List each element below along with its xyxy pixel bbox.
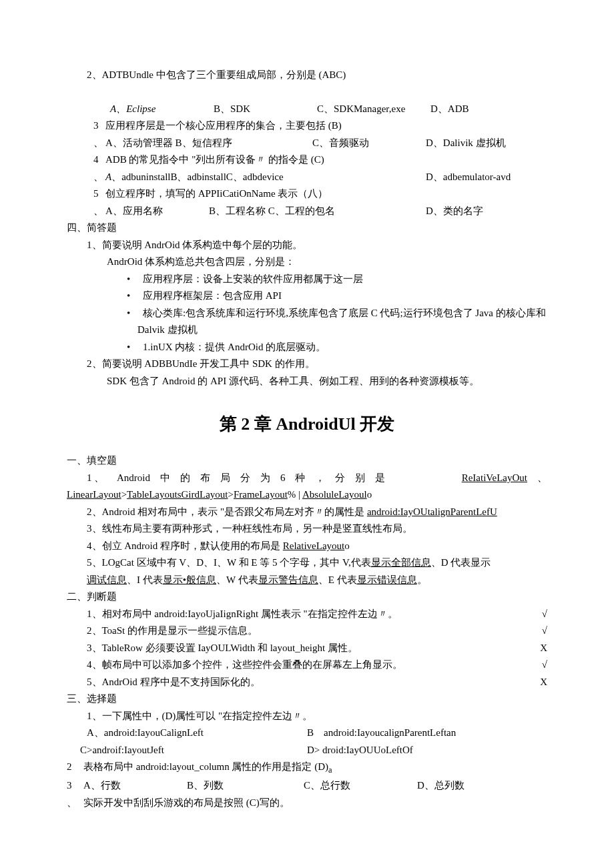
fill-5-line2: 调试信息、I 代表显示•般信息、W 代表显示警告信息、E 代表显示错误信息。 (87, 572, 547, 589)
mc-q3-options: 、 A、活动管理器 B、短信程序 C、音频驱动 D、Dalivik 虚拟机 (93, 135, 547, 152)
sa-bullet-4: • 1.inUX 内核：提供 AndrOid 的底层驱动。 (127, 339, 547, 356)
sa-bullet-2: • 应用程序框架层：包含应用 API (127, 288, 547, 305)
q3-tick: 、 (93, 135, 105, 152)
sa-q1-intro: AndrOid 体系构造总共包含四层，分别是： (107, 254, 547, 271)
fill-1-line1: 1 、 Android 中 的 布 局 分 为 6 种 ， 分 别 是 ReIa… (87, 470, 547, 487)
opt-a: A、应用名称 (105, 203, 209, 220)
ch2-mc-title: 三、选择题 (67, 691, 547, 708)
opt-d: D、adbemulator-avd (426, 169, 547, 186)
q4-text: ADB 的常见指令中 "列出所有设备〃 的指令是 (C) (105, 151, 324, 169)
tf-3: 3、TableRow 必须要设置 IayOULWidth 和 layout_he… (87, 640, 547, 657)
opt-c: C、音频驱动 (312, 135, 426, 152)
opt-c: C、SDKManager,exe (317, 101, 430, 118)
sa-q1: 1、简要说明 AndrOid 体系构造中每个层的功能。 (87, 237, 547, 254)
mc-question-5: 5 创立程序时，填写的 APPIiCatiOnName 表示（八） (93, 185, 547, 203)
ch2-mc-3: 、 实际开发中刮刮乐游戏的布局是按照 (C)写的。 (67, 795, 547, 812)
fill-3: 3、线性布局主要有两种形式，一种枉线性布局，另一种是竖直线性布局。 (87, 520, 547, 538)
mc-q5-options: 、 A、应用名称 B、工程名称 C、工程的包名 D、类的名字 (93, 203, 547, 220)
q3-text: 应用程序层是一个核心应用程序的集合，主要包括 (B) (105, 117, 342, 135)
opt-d: D、ADB (430, 101, 547, 118)
sa-q2: 2、简要说明 ADBBUndIe 开发工具中 SDK 的作用。 (87, 356, 547, 373)
q5-tick: 、 (93, 203, 105, 220)
opt-a: A、Eclipse (110, 103, 156, 114)
ch2-mc-1: 1、一下属性中，(D)属性可以 "在指定控件左边〃。 (87, 708, 547, 725)
opt-ab: A、活动管理器 B、短信程序 (105, 135, 312, 152)
ch2-mc-2: 2 表格布局中 android:layout_column 属性的作用是指定 (… (67, 759, 547, 777)
tf-5: 5、AndrOid 程序中是不支持国际化的。X (87, 674, 547, 691)
chapter-2-title: 第 2 章 AndroidUl 开发 (67, 410, 547, 439)
q5-text: 创立程序时，填写的 APPIiCatiOnName 表示（八） (105, 185, 328, 203)
mc-question-4: 4 ADB 的常见指令中 "列出所有设备〃 的指令是 (C) (93, 151, 547, 169)
tf-title: 二、判断题 (67, 588, 547, 606)
mc-q2-options: A、Eclipse B、SDK C、SDKManager,exe D、ADB (110, 101, 547, 118)
sa-bullet-3: • 核心类库:包含系统库和运行环境,系统库包含了底层 C 代码;运行环境包含了 … (127, 305, 547, 339)
fill-4: 4、创立 Android 程序时，默认使用的布局是 RelativeLayout… (87, 538, 547, 555)
opt-d: D、类的名字 (426, 203, 547, 220)
tf-1: 1、相对布局中 android:IayoUjaIignRight 属性表示 "在… (87, 606, 547, 623)
ch2-mc-1-row1: A、android:IayouCalignLeft B android:Iayo… (87, 725, 547, 742)
fill-title: 一、填空题 (67, 452, 547, 470)
sa-bullet-1: • 应用程序层：设备上安装的软件应用都属于这一层 (127, 271, 547, 288)
ch2-mc-1-row2: C>androif:IayoutJeft D> droid:IayOUUoLef… (80, 742, 547, 759)
q5-num: 5 (93, 185, 105, 203)
fill-2: 2、Android 相对布局中，表示 "是否跟父布局左对齐〃的属性是 andro… (87, 504, 547, 521)
fill-1-line2: LinearLayout>TableLayoutsGirdLayout>Fram… (67, 486, 547, 504)
q3-num: 3 (93, 117, 105, 135)
mc-question-2: 2、ADTBUndle 中包含了三个重要组成局部，分别是 (ABC) (87, 67, 547, 84)
ch2-mc-2-opts: 3 A、行数 B、列数 C、总行数 D、总列数 (67, 777, 547, 795)
opt-bc: B、工程名称 C、工程的包名 (209, 203, 426, 220)
short-answer-title: 四、简答题 (67, 220, 547, 237)
opt-d: D、Dalivik 虚拟机 (426, 135, 547, 152)
mc-question-3: 3 应用程序层是一个核心应用程序的集合，主要包括 (B) (93, 117, 547, 135)
tf-2: 2、ToaSt 的作用是显示一些提示信息。√ (87, 622, 547, 640)
mc-q4-options: 、 AA、adbuninstallB、adbinstallC、adbdevice… (93, 169, 547, 186)
opt-b: B、SDK (214, 101, 317, 118)
q4-num: 4 (93, 151, 105, 169)
sa-q2-answer: SDK 包含了 Android 的 API 源代码、各种工具、例如工程、用到的各… (107, 373, 547, 390)
tf-4: 4、帧布局中可以添加多个控件，这些控件会重叠的在屏幕左上角显示。√ (87, 657, 547, 674)
q4-tick: 、 (93, 169, 105, 186)
fill-5-line1: 5、LOgCat 区域中有 V、D、I、W 和 E 等 5 个字母，其中 V,代… (87, 554, 547, 572)
